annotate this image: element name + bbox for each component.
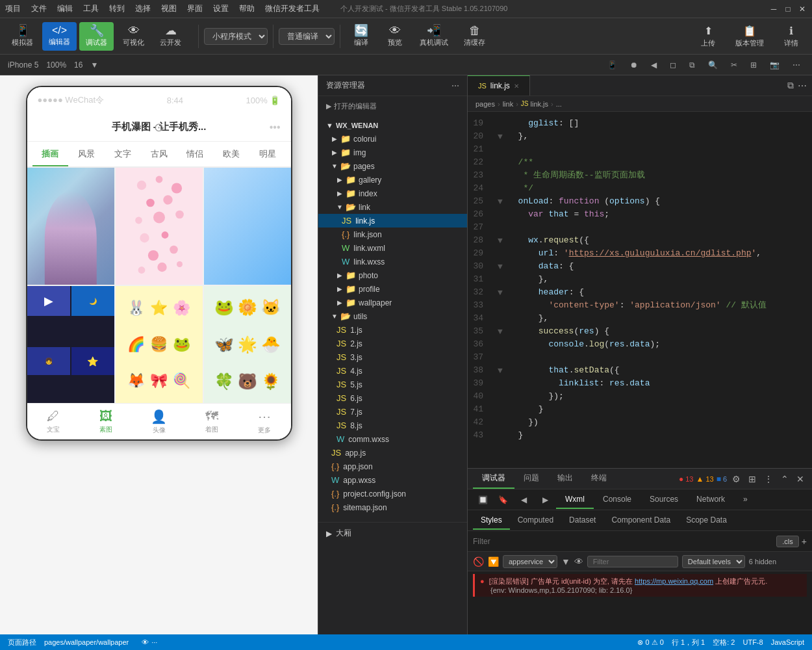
console-filter-icon[interactable]: 🔽 xyxy=(488,556,499,567)
cls-button[interactable]: .cls xyxy=(776,536,799,547)
sub-tab-bookmark[interactable]: 🔖 xyxy=(493,491,513,508)
console-clear-icon[interactable]: 🚫 xyxy=(473,556,484,567)
menu-item-project[interactable]: 项目 xyxy=(5,3,21,14)
menu-item-wechat[interactable]: 微信开发者工具 xyxy=(265,3,320,14)
console-eye-icon[interactable]: 👁 xyxy=(574,556,583,567)
record-icon[interactable]: ⏺ xyxy=(626,59,642,71)
image-cell-1[interactable] xyxy=(27,168,114,285)
phone-tab-ancient[interactable]: 古风 xyxy=(141,143,177,165)
file-5js[interactable]: JS 5.js xyxy=(318,378,467,391)
copy-icon[interactable]: ⧉ xyxy=(685,59,699,71)
compile-select[interactable]: 普通编译 xyxy=(279,28,335,45)
phone-tab-western[interactable]: 欧美 xyxy=(213,143,249,165)
image-cell-2[interactable] xyxy=(116,168,203,285)
file-more-icon[interactable]: ⋯ xyxy=(451,81,459,90)
folder-img[interactable]: ▶ 📁 img xyxy=(318,146,467,159)
forward-icon[interactable]: ◻ xyxy=(666,59,680,71)
version-button[interactable]: 📋 版本管理 xyxy=(729,22,770,51)
phone-tab-illustration[interactable]: 插画 xyxy=(32,143,69,166)
status-eye-icon[interactable]: 👁 xyxy=(142,638,149,646)
file-app-json[interactable]: {.} app.json xyxy=(318,460,467,473)
upload-button[interactable]: ⬆ 上传 xyxy=(692,22,724,51)
screenshot-icon[interactable]: 📷 xyxy=(766,59,783,71)
appservice-select[interactable]: appservice xyxy=(503,555,557,568)
styles-tab-computed[interactable]: Computed xyxy=(510,512,561,530)
menu-item-goto[interactable]: 转到 xyxy=(109,3,125,14)
menu-item-tools[interactable]: 工具 xyxy=(83,3,99,14)
phone-menu-dots[interactable]: ••• xyxy=(270,122,281,133)
menu-item-edit[interactable]: 编辑 xyxy=(57,3,73,14)
breadcrumb-link[interactable]: link xyxy=(503,100,514,108)
folder-index[interactable]: ▶ 📁 index xyxy=(318,187,467,200)
phone-icon[interactable]: 📱 xyxy=(603,59,621,71)
styles-plus-icon[interactable]: + xyxy=(802,536,807,547)
menu-item-interface[interactable]: 界面 xyxy=(187,3,203,14)
debug-close-button[interactable]: ✕ xyxy=(794,473,807,486)
debug-settings-icon[interactable]: ⚙ xyxy=(730,473,743,486)
visual-button[interactable]: 👁 可视化 xyxy=(116,22,151,51)
phone-tab-text[interactable]: 文字 xyxy=(105,143,141,165)
close-button[interactable]: ✕ xyxy=(798,5,807,14)
nav-item-sutu[interactable]: 🖼 素图 xyxy=(80,405,133,438)
more-icon[interactable]: ⋯ xyxy=(789,59,804,71)
menu-item-select[interactable]: 选择 xyxy=(135,3,151,14)
folder-pages[interactable]: ▼ 📂 pages xyxy=(318,159,467,173)
debug-more-icon[interactable]: ⋮ xyxy=(761,473,776,486)
sub-tab-console[interactable]: Console xyxy=(594,491,641,509)
file-2js[interactable]: JS 2.js xyxy=(318,337,467,350)
clear-button[interactable]: 🗑 清缓存 xyxy=(457,22,492,51)
detail-button[interactable]: ℹ 详情 xyxy=(776,22,807,51)
debug-tab-debugger[interactable]: 调试器 xyxy=(473,469,514,489)
file-3js[interactable]: JS 3.js xyxy=(318,350,467,364)
grid-icon[interactable]: ⊞ xyxy=(746,59,761,71)
editor-more-icon[interactable]: ⋯ xyxy=(798,81,807,91)
file-4js[interactable]: JS 4.js xyxy=(318,364,467,378)
open-editors-title[interactable]: ▶ 打开的编辑器 xyxy=(318,99,467,114)
simulator-button[interactable]: 📱 模拟器 xyxy=(5,22,40,51)
file-link-wxml[interactable]: W link.wxml xyxy=(318,241,467,255)
error-link[interactable]: https://mp.weixin.qq.com xyxy=(635,577,713,585)
cloud-button[interactable]: ☁ 云开发 xyxy=(153,22,188,51)
project-title[interactable]: ▼ WX_WENAN xyxy=(318,119,467,132)
phone-tab-couple[interactable]: 情侣 xyxy=(177,143,213,165)
file-project-config[interactable]: {.} project.config.json xyxy=(318,487,467,500)
file-7js[interactable]: JS 7.js xyxy=(318,405,467,419)
dadian-section[interactable]: ▶ 大厢 xyxy=(326,528,459,539)
debugger-button[interactable]: 🔧 调试器 xyxy=(79,22,114,51)
debug-layout-icon[interactable]: ⊞ xyxy=(746,473,759,486)
styles-tab-dataset[interactable]: Dataset xyxy=(561,512,603,530)
code-lines[interactable]: gglist: [] }, /** * 生命周期函数--监听页面加载 */ xyxy=(503,112,812,468)
sub-tab-wxml[interactable]: Wxml xyxy=(556,491,594,509)
folder-wallpaper[interactable]: ▶ 📁 wallpaper xyxy=(318,296,467,309)
menu-item-view[interactable]: 视图 xyxy=(161,3,177,14)
menu-item-help[interactable]: 帮助 xyxy=(239,3,255,14)
sub-tab-more[interactable]: » xyxy=(734,491,757,509)
folder-utils[interactable]: ▼ 📂 utils xyxy=(318,309,467,323)
folder-colorui[interactable]: ▶ 📁 colorui xyxy=(318,132,467,146)
breadcrumb-pages[interactable]: pages xyxy=(476,100,495,108)
file-comm-wxss[interactable]: W comm.wxss xyxy=(318,432,467,446)
file-8js[interactable]: JS 8.js xyxy=(318,419,467,432)
search-icon[interactable]: 🔍 xyxy=(704,59,722,71)
phone-tab-scenery[interactable]: 风景 xyxy=(68,143,105,165)
debug-tab-issues[interactable]: 问题 xyxy=(514,469,548,489)
sub-tab-network[interactable]: Network xyxy=(687,491,734,509)
image-cell-6[interactable]: 🐸🌼🐱 🦋🌟🐣 🍀🐻🌻 xyxy=(204,286,291,403)
debug-tab-output[interactable]: 输出 xyxy=(548,469,582,489)
file-1js[interactable]: JS 1.js xyxy=(318,323,467,337)
file-sitemap[interactable]: {.} sitemap.json xyxy=(318,500,467,514)
bc-filename[interactable]: link.js xyxy=(531,100,549,108)
status-errors[interactable]: ⊗ 0 ⚠ 0 xyxy=(637,638,663,647)
image-cell-5[interactable]: 🐰⭐🌸 🌈🍔🐸 🦊🎀🍭 xyxy=(116,286,203,403)
menu-item-file[interactable]: 文件 xyxy=(31,3,47,14)
sub-tab-sources[interactable]: Sources xyxy=(641,491,687,509)
status-more-btn[interactable]: ··· xyxy=(151,638,157,646)
chevron-down-icon[interactable]: ▼ xyxy=(90,60,98,70)
file-link-wxss[interactable]: W link.wxss xyxy=(318,255,467,268)
file-6js[interactable]: JS 6.js xyxy=(318,391,467,405)
styles-tab-component-data[interactable]: Component Data xyxy=(603,512,678,530)
phone-tab-celebrity[interactable]: 明星 xyxy=(249,143,286,165)
file-app-wxss[interactable]: W app.wxss xyxy=(318,473,467,487)
code-editor-area[interactable]: 1920212223 2425262728 2930313233 3435363… xyxy=(468,112,812,468)
sub-tab-back[interactable]: ◀ xyxy=(513,491,535,508)
